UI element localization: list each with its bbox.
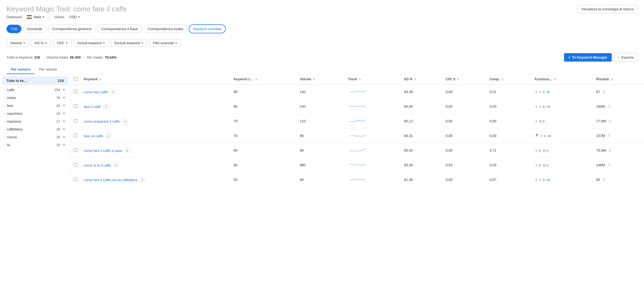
comp-sort-icon[interactable]: ⇅ [501, 78, 504, 81]
filter-includi[interactable]: Includi keyword▼ [74, 39, 109, 47]
row-checkbox-3[interactable] [74, 134, 77, 137]
filter-avanzati[interactable]: Filtri avanzati▼ [149, 39, 181, 47]
row-risultati-3: 157M ☰ [593, 129, 644, 143]
eye-icon[interactable]: 👁 [62, 143, 66, 147]
kd-sort-icon[interactable]: ⇅ [414, 78, 416, 81]
keyword-link-1[interactable]: fare il caffè [84, 105, 101, 109]
add-keyword-btn-2[interactable]: + [122, 119, 128, 124]
row-comp-4: 0,71 [486, 143, 532, 158]
export-button[interactable]: ↑ Esporta [614, 53, 637, 62]
row-kd-0: 83,39 [401, 84, 442, 99]
sidebar-item-right: 16 👁 [56, 135, 66, 139]
row-cpc-0: 0,00 [442, 84, 486, 99]
sidebar-item-left: › espresso [4, 119, 21, 123]
keyword-sort-icon[interactable]: ⇅ [99, 78, 101, 81]
eye-icon[interactable]: 👁 [62, 96, 66, 100]
page-icon-5[interactable]: ☰ [608, 163, 611, 167]
keyword-link-6[interactable]: come fare il caffè con la caffettiera [84, 178, 137, 182]
row-checkbox-5[interactable] [74, 163, 77, 167]
sidebar-item-count: 42 [56, 104, 60, 108]
row-checkbox-6[interactable] [74, 178, 77, 181]
page-icon-2[interactable]: ☰ [608, 119, 612, 123]
history-button[interactable]: Visualizza la cronologia di ricerca [577, 5, 637, 13]
eye-icon[interactable]: 👁 [62, 88, 66, 92]
tab-tutti[interactable]: Tutti [7, 25, 21, 33]
keyword-link-0[interactable]: come fare caffè [84, 90, 108, 94]
eye-icon[interactable]: 👁 [62, 119, 66, 123]
sidebar-item-fa[interactable]: › fa 15 👁 [0, 141, 70, 149]
kc-sort-icon[interactable]: ⇅ [255, 78, 257, 81]
sidebar-item-espresso[interactable]: › espresso 17 👁 [0, 117, 70, 125]
sidebar-arrow: › [4, 136, 5, 139]
title-prefix: Keyword Magic Tool: [7, 5, 71, 13]
add-keyword-btn-3[interactable]: + [106, 133, 111, 139]
keyword-link-4[interactable]: come fare il caffè a casa [84, 149, 122, 153]
video2-icon: ▶ [546, 163, 549, 167]
keyword-link-2[interactable]: come preparare il caffe [84, 119, 120, 123]
sort-tab-per-numero[interactable]: Per numero [7, 65, 35, 74]
eye-icon[interactable]: 👁 [62, 111, 66, 116]
page-icon-4[interactable]: ☰ [608, 148, 612, 152]
sidebar-item-fare[interactable]: › fare 42 👁 [0, 102, 70, 110]
funz-sort-icon[interactable]: ⇅ [554, 78, 556, 81]
database-dropdown[interactable]: Italia ▼ [27, 15, 44, 19]
page-icon-3[interactable]: ☰ [608, 134, 611, 138]
volume-label: Volume totale: [47, 55, 69, 59]
tab-domande[interactable]: Domande [23, 25, 46, 33]
page-icon-0[interactable]: ☰ [603, 90, 606, 94]
table-row: come fare il caffè a casa + 65 90 85,42 … [70, 143, 644, 158]
database-label: Database: [7, 15, 22, 19]
keyword-link-5[interactable]: come si fa il caffè [84, 163, 111, 167]
stats-right: + To Keyword Manager ↑ Esporta [564, 53, 637, 62]
trend-sort-icon[interactable]: ⇅ [359, 78, 361, 81]
sidebar-item-caffe[interactable]: › caffe 154 👁 [0, 86, 70, 94]
add-keyword-btn-4[interactable]: + [124, 148, 130, 153]
row-checkbox-2[interactable] [74, 119, 77, 123]
table-row: fare il caffè + 85 140 80,46 0,00 0,03 ♛… [70, 99, 644, 114]
filter-caret-volume: ▼ [23, 42, 25, 44]
add-to-km-button[interactable]: + To Keyword Manager [564, 53, 612, 62]
table-row: come fare caffè + 85 140 83,39 0,00 0,01… [70, 84, 644, 99]
divider: | [49, 15, 50, 19]
tab-corrisp-frase[interactable]: Corrispondenza a frase [97, 25, 142, 33]
page-icon-6[interactable]: ☰ [603, 178, 606, 182]
sidebar-item-macchina[interactable]: › macchina 19 👁 [0, 110, 70, 117]
row-features-1: ♛★▶+2 [532, 99, 593, 114]
page-icon-1[interactable]: ☰ [608, 104, 611, 108]
eye-icon[interactable]: 👁 [62, 104, 66, 108]
select-all-checkbox[interactable] [74, 77, 77, 81]
row-checkbox-1[interactable] [74, 104, 77, 108]
filter-cpc[interactable]: CPC▼ [53, 39, 71, 47]
tab-corrisp-esatta[interactable]: Corrispondenza esatta [144, 25, 187, 33]
row-checkbox-4[interactable] [74, 148, 77, 152]
eye-icon[interactable]: 👁 [62, 135, 66, 139]
filter-volume[interactable]: Volume▼ [7, 39, 29, 47]
cpc-sort-icon[interactable]: ⇅ [457, 78, 459, 81]
tab-keyword-correlate[interactable]: Keyword correlate [189, 24, 226, 33]
keywords-table: Keyword ⇅ Keyword c… ⇅ Volume ⇅ Trend ⇅ … [70, 74, 644, 187]
sidebar-item-moka[interactable]: › moka 78 👁 [0, 94, 70, 102]
add-keyword-btn-5[interactable]: + [114, 162, 119, 168]
sidebar-item-crema[interactable]: › crema 16 👁 [0, 133, 70, 141]
add-keyword-btn-1[interactable]: + [104, 104, 109, 109]
sidebar-item-left: › moka [4, 96, 15, 100]
th-funziona: Funziona… ⇅ [532, 74, 593, 84]
currency-dropdown[interactable]: USD ▼ [69, 15, 80, 19]
sort-tab-per-volume[interactable]: Per volume [35, 65, 61, 74]
add-keyword-btn-6[interactable]: + [140, 177, 145, 183]
filter-kd[interactable]: KD %▼ [31, 39, 51, 47]
ris-sort-icon[interactable]: ⇅ [611, 78, 613, 81]
keyword-link-3[interactable]: fare un caffe [84, 134, 103, 138]
filter-escludi[interactable]: Escludi keyword▼ [111, 39, 147, 47]
sidebar-item-name: caffe [7, 88, 15, 92]
eye-icon[interactable]: 👁 [62, 127, 66, 131]
sidebar-item-caffettiera[interactable]: › caffettiera 16 👁 [0, 125, 70, 133]
trend-chart-4 [348, 146, 367, 154]
sidebar-item-left: › fa [4, 143, 10, 147]
video-icon: ▶ [543, 119, 546, 123]
sidebar-header-count: 218 [58, 79, 64, 83]
tab-corrisp-generica[interactable]: Corrispondenza generica [48, 25, 95, 33]
row-checkbox-0[interactable] [74, 90, 77, 93]
add-keyword-btn-0[interactable]: + [111, 89, 116, 95]
vol-sort-icon[interactable]: ⇅ [313, 78, 315, 81]
